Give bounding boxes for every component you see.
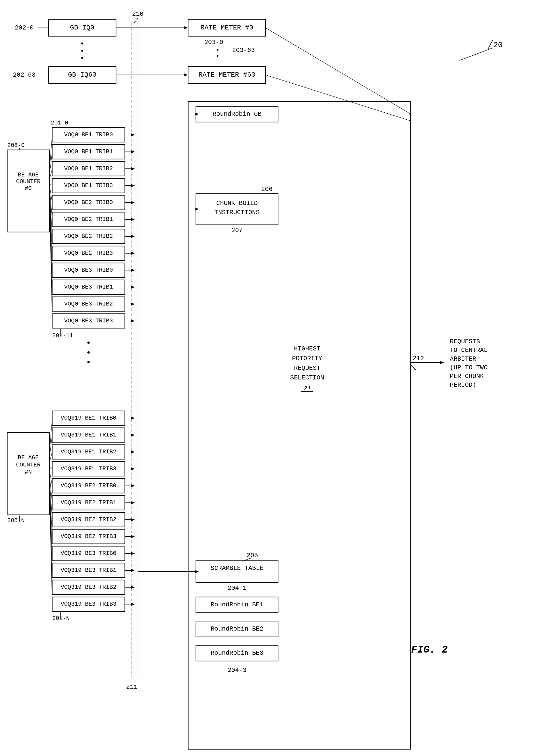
- ref-20: 20: [493, 41, 502, 49]
- gb-iq0-label: GB IQ0: [70, 24, 95, 31]
- voq-top-9: VOQ0 BE3 TRIB1: [64, 284, 113, 290]
- ref-206: 206: [261, 186, 273, 193]
- ref-201-n: 201-N: [52, 615, 70, 621]
- gb-iq63-label: GB IQ63: [68, 71, 97, 79]
- ref-201-0: 201-0: [51, 120, 68, 126]
- requests-line5: PER CHUNK: [450, 373, 484, 380]
- voq-bottom-10: VOQ319 BE3 TRIB2: [61, 584, 116, 591]
- highest-priority-line4: SELECTION: [290, 374, 324, 381]
- be-age-n-line3: #N: [25, 469, 32, 476]
- ref-202-63: 202-63: [13, 71, 36, 79]
- requests-line2: TO CENTRAL: [450, 347, 488, 354]
- ref-203-63: 203-63: [232, 47, 255, 54]
- ref-211: 211: [126, 683, 138, 691]
- voq-top-3: VOQ0 BE1 TRIB3: [64, 182, 113, 189]
- ref-208-n: 208-N: [7, 517, 25, 524]
- voq-bottom-3: VOQ319 BE1 TRIB3: [61, 465, 116, 472]
- scramble-table-line1: SCRAMBLE TABLE: [211, 565, 264, 572]
- be-age-0-line3: #0: [25, 185, 32, 192]
- voq-bottom-8: VOQ319 BE3 TRIB0: [61, 550, 116, 557]
- highest-priority-line2: PRIORITY: [292, 355, 322, 362]
- svg-text:•: •: [86, 358, 91, 368]
- ref-204-1: 204-1: [228, 584, 246, 592]
- ref-205: 205: [247, 552, 258, 559]
- voq-top-10: VOQ0 BE3 TRIB2: [64, 301, 113, 307]
- ref-208-0: 208-0: [7, 142, 25, 149]
- voq-top-5: VOQ0 BE2 TRIB1: [64, 216, 113, 223]
- voq-bottom-4: VOQ319 BE2 TRIB0: [61, 482, 116, 489]
- be-age-n-line2: COUNTER: [16, 462, 41, 468]
- roundrobin-gb-label: RoundRobin GB: [213, 110, 262, 118]
- roundrobin-be2-label: RoundRobin BE2: [211, 625, 264, 633]
- svg-text:•: •: [86, 338, 91, 348]
- rate-meter-0-label: RATE METER #0: [201, 24, 253, 31]
- voq-bottom-6: VOQ319 BE2 TRIB2: [61, 516, 116, 523]
- be-age-0-line1: BE AGE: [18, 172, 39, 178]
- ref-201-11: 201-11: [52, 332, 73, 339]
- ref-203-0: 203-0: [204, 39, 223, 46]
- chunk-build-line2: INSTRUCTIONS: [214, 209, 259, 216]
- ref-202-0: 202-0: [15, 24, 34, 31]
- voq-top-8: VOQ0 BE3 TRIB0: [64, 267, 113, 273]
- chunk-build-line1: CHUNK BUILD: [216, 200, 258, 207]
- svg-text:•: •: [216, 52, 220, 60]
- voq-top-0: VOQ0 BE1 TRIB0: [64, 131, 113, 138]
- requests-line3: ARBITER: [450, 355, 476, 363]
- voq-bottom-1: VOQ319 BE1 TRIB1: [61, 432, 116, 438]
- be-age-n-line1: BE AGE: [18, 454, 39, 461]
- voq-bottom-2: VOQ319 BE1 TRIB2: [61, 449, 116, 455]
- voq-bottom-5: VOQ319 BE2 TRIB1: [61, 499, 116, 506]
- highest-priority-line3: REQUEST: [294, 365, 320, 372]
- requests-line1: REQUESTS: [450, 338, 480, 345]
- voq-top-1: VOQ0 BE1 TRIB1: [64, 148, 113, 155]
- highest-priority-line1: HIGHEST: [294, 345, 320, 352]
- svg-text:•: •: [86, 348, 91, 358]
- ref-204-3: 204-3: [228, 667, 246, 674]
- ref-21: 21: [303, 385, 311, 392]
- voq-top-7: VOQ0 BE2 TRIB3: [64, 250, 113, 257]
- svg-text:╱: ╱: [488, 40, 493, 49]
- fig-label: FIG. 2: [411, 644, 448, 656]
- ref-212: 212: [413, 355, 424, 362]
- voq-bottom-9: VOQ319 BE3 TRIB1: [61, 567, 116, 573]
- voq-bottom-11: VOQ319 BE3 TRIB3: [61, 601, 116, 607]
- voq-top-2: VOQ0 BE1 TRIB2: [64, 165, 113, 172]
- ref-207: 207: [232, 227, 243, 234]
- voq-bottom-7: VOQ319 BE2 TRIB3: [61, 533, 116, 540]
- svg-text:•: •: [80, 54, 84, 63]
- roundrobin-be3-label: RoundRobin BE3: [211, 649, 264, 657]
- roundrobin-be1-label: RoundRobin BE1: [211, 601, 264, 608]
- ref-210: 210: [132, 10, 144, 17]
- voq-top-4: VOQ0 BE2 TRIB0: [64, 199, 113, 206]
- requests-line6: PERIOD): [450, 381, 476, 389]
- requests-line4: (UP TO TWO: [450, 364, 488, 371]
- voq-bottom-0: VOQ319 BE1 TRIB0: [61, 415, 116, 421]
- be-age-0-line2: COUNTER: [16, 178, 41, 185]
- voq-top-6: VOQ0 BE2 TRIB2: [64, 233, 113, 239]
- voq-top-11: VOQ0 BE3 TRIB3: [64, 317, 113, 324]
- rate-meter-63-label: RATE METER #63: [198, 71, 255, 79]
